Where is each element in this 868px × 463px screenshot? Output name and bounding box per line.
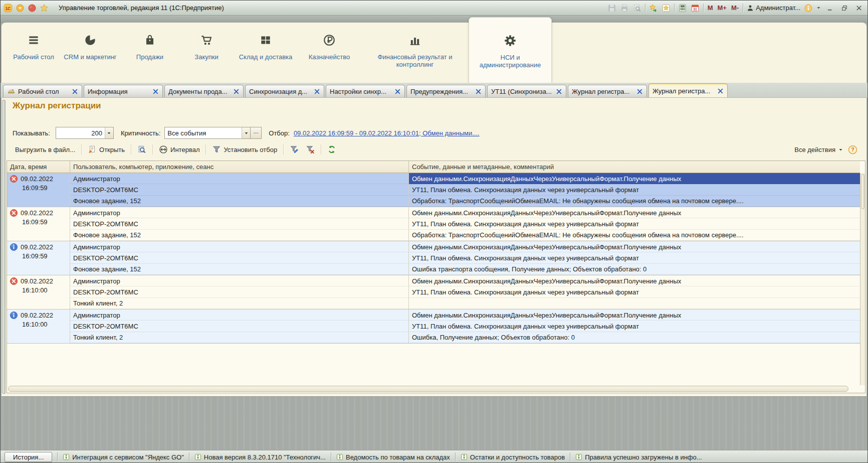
status-message-4[interactable]: Правила успешно загружены в инфо... [575, 453, 702, 461]
ribbon-section-0[interactable]: Рабочий стол [8, 23, 60, 83]
status-message-2[interactable]: Ведомость по товарам на складах [336, 453, 450, 461]
forward-icon[interactable] [28, 4, 37, 13]
event-cell[interactable]: Обмен данными.СинхронизацияДанныхЧерезУн… [409, 241, 860, 252]
event-cell[interactable]: Обработка: ТранспортСообщенийОбменаEMAIL… [409, 196, 860, 207]
event-cell[interactable]: Обмен данными.СинхронизацияДанныхЧерезУн… [409, 275, 860, 286]
print-preview-icon[interactable] [632, 4, 641, 13]
user-cell[interactable]: Тонкий клиент, 2 [70, 332, 409, 343]
user-cell[interactable]: DESKTOP-2OMT6MC [70, 321, 409, 332]
filter-link[interactable]: 09.02.2022 16:09:59 - 09.02.2022 16:10:0… [294, 129, 480, 137]
tab-close-icon[interactable] [394, 88, 401, 95]
minimize-button[interactable] [824, 4, 835, 13]
event-cell[interactable]: Ошибка, Получение данных; Объектов обраб… [409, 332, 860, 343]
tab-close-icon[interactable] [717, 88, 724, 94]
open-button[interactable]: Открыть [84, 143, 128, 156]
date-cell[interactable]: 09.02.202216:09:59 [7, 207, 70, 241]
user-cell[interactable]: DESKTOP-2OMT6MC [70, 218, 409, 229]
app-info-icon[interactable] [804, 4, 813, 13]
horizontal-scrollbar[interactable] [8, 386, 857, 392]
tab-8[interactable]: Журнал регистра... [648, 83, 728, 98]
memory-recall-button[interactable]: M [707, 4, 714, 12]
user-cell[interactable]: Фоновое задание, 152 [70, 264, 409, 275]
refresh-button[interactable] [324, 143, 340, 156]
ribbon-section-1[interactable]: CRM и маркетинг [60, 23, 121, 83]
column-header-date[interactable]: Дата, время [7, 161, 70, 173]
all-actions-button[interactable]: Все действия [794, 146, 843, 153]
user-cell[interactable]: Администратор [70, 310, 409, 321]
save-icon[interactable] [607, 4, 616, 13]
user-menu[interactable]: Администрат... [747, 4, 800, 12]
app-logo-icon[interactable]: 1С [4, 4, 13, 13]
date-cell[interactable]: 09.02.202216:10:00 [7, 275, 70, 309]
tab-close-icon[interactable] [556, 88, 562, 95]
restore-button[interactable] [839, 4, 850, 13]
tab-close-icon[interactable] [636, 88, 643, 95]
back-icon[interactable] [16, 4, 25, 13]
calculator-icon[interactable] [678, 4, 687, 13]
status-message-1[interactable]: Новая версия 8.3.20.1710 "Технологич... [194, 453, 326, 461]
combo-arrow-button[interactable] [242, 127, 250, 138]
user-cell[interactable]: Администратор [70, 241, 409, 252]
calendar-icon[interactable]: 31 [691, 4, 700, 13]
tab-close-icon[interactable] [475, 88, 482, 95]
user-cell[interactable]: Фоновое задание, 152 [70, 196, 409, 207]
ribbon-section-3[interactable]: Закупки [179, 23, 234, 83]
scrollbar-thumb[interactable] [8, 386, 848, 392]
ribbon-section-6[interactable]: Финансовый результат и контроллинг [361, 23, 469, 83]
event-cell[interactable]: Обработка: ТранспортСообщенийОбменаEMAIL… [409, 230, 860, 241]
status-message-3[interactable]: Остатки и доступность товаров [461, 453, 565, 461]
user-cell[interactable]: Тонкий клиент, 2 [70, 298, 409, 309]
favorites-list-icon[interactable] [662, 4, 671, 13]
add-favorite-icon[interactable] [649, 4, 658, 13]
show-count-select[interactable]: 200 [56, 127, 114, 139]
tab-close-icon[interactable] [152, 88, 159, 95]
print-icon[interactable] [620, 4, 629, 13]
column-header-event[interactable]: Событие, данные и метаданные, комментари… [409, 161, 860, 173]
filter-by-value-button[interactable] [286, 143, 302, 156]
tab-3[interactable]: Синхронизация д... [245, 85, 324, 98]
event-cell[interactable] [409, 298, 860, 309]
event-cell[interactable]: УТ11, План обмена. Синхронизация данных … [409, 252, 860, 263]
tab-1[interactable]: Информация [84, 85, 163, 98]
date-cell[interactable]: 09.02.202216:09:59 [7, 241, 70, 275]
tab-close-icon[interactable] [72, 88, 78, 95]
combo-arrow-button[interactable] [105, 127, 113, 138]
memory-add-button[interactable]: M+ [717, 4, 727, 12]
tab-2[interactable]: Документы прода... [164, 85, 244, 98]
severity-more-button[interactable]: ... [251, 127, 262, 139]
memory-subtract-button[interactable]: M- [731, 4, 739, 12]
tab-6[interactable]: УТ11 (Синхрониза... [487, 85, 566, 98]
event-cell[interactable]: Ошибка транспорта сообщения, Получение д… [409, 264, 860, 275]
find-button[interactable] [134, 143, 150, 156]
user-cell[interactable]: Администратор [70, 207, 409, 218]
export-to-file-button[interactable]: Выгрузить в файл... [12, 144, 79, 156]
date-cell[interactable]: 09.02.202216:09:59 [7, 173, 70, 207]
close-button[interactable] [853, 4, 864, 13]
tab-0[interactable]: Рабочий стол [3, 85, 82, 98]
user-cell[interactable]: Администратор [70, 275, 409, 286]
event-cell[interactable]: УТ11, План обмена. Синхронизация данных … [409, 218, 860, 229]
user-cell[interactable]: DESKTOP-2OMT6MC [70, 184, 409, 195]
event-cell[interactable]: Обмен данными.СинхронизацияДанныхЧерезУн… [409, 310, 860, 321]
ribbon-section-7[interactable]: НСИ и администрирование [469, 17, 552, 83]
chevron-down-icon[interactable] [816, 6, 821, 10]
event-cell[interactable]: УТ11, План обмена. Синхронизация данных … [409, 286, 860, 297]
interval-button[interactable]: Интервал [155, 143, 203, 156]
ribbon-section-2[interactable]: Продажи [121, 23, 179, 83]
tab-5[interactable]: Предупреждения... [406, 85, 486, 98]
tab-close-icon[interactable] [233, 88, 240, 95]
user-cell[interactable]: Администратор [70, 173, 409, 184]
help-icon[interactable]: ? [848, 145, 857, 155]
event-cell[interactable]: УТ11, План обмена. Синхронизация данных … [409, 184, 860, 195]
set-filter-button[interactable]: Установить отбор [208, 143, 281, 156]
history-button[interactable]: История... [5, 452, 52, 462]
column-header-user[interactable]: Пользователь, компьютер, приложение, сеа… [70, 161, 409, 173]
tab-7[interactable]: Журнал регистра... [568, 85, 647, 98]
tab-close-icon[interactable] [314, 88, 320, 95]
user-cell[interactable]: DESKTOP-2OMT6MC [70, 252, 409, 263]
scrollbar-thumb[interactable] [861, 174, 864, 209]
user-cell[interactable]: DESKTOP-2OMT6MC [70, 286, 409, 297]
clear-filter-button[interactable] [302, 143, 318, 156]
severity-select[interactable]: Все события [164, 127, 251, 139]
event-cell[interactable]: УТ11, План обмена. Синхронизация данных … [409, 321, 860, 332]
